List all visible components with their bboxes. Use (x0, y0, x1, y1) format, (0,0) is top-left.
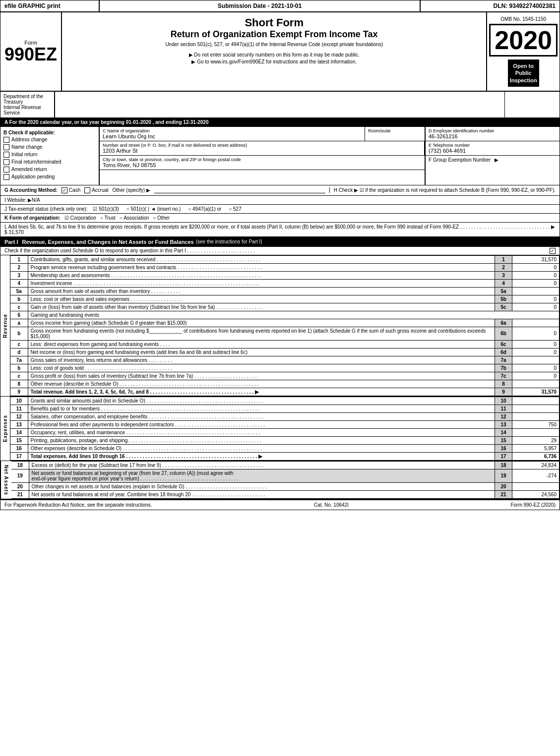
amount-5a (512, 287, 560, 295)
row-desc-5a: Gross amount from sale of assets other t… (28, 287, 495, 295)
table-row: 18 Excess or (deficit) for the year (Sub… (11, 461, 560, 469)
initial-return-checkbox[interactable] (3, 152, 9, 158)
form-page: efile GRAPHIC print Submission Date - 20… (0, 0, 560, 510)
ein-row: D Employer identification number 46-3261… (426, 127, 560, 141)
dept-row: Department of the Treasury Internal Reve… (0, 92, 560, 118)
amended-checkbox[interactable] (3, 167, 9, 173)
line-ref-7c: 7c (495, 372, 512, 380)
amount-9: 31,570 (512, 388, 560, 396)
row-desc-5c: Gain or (loss) from sale of assets other… (28, 303, 495, 311)
table-row-7b: b Less: cost of goods sold . . . . . . .… (10, 364, 560, 372)
accounting-row: G Accounting Method: ✓ Cash Accrual Othe… (0, 185, 560, 196)
row-desc-2: Program service revenue including govern… (28, 263, 495, 271)
table-row-6c: c Less: direct expenses from gaming and … (10, 340, 560, 348)
revenue-section: Revenue 1 Contributions, gifts, grants, … (0, 255, 560, 397)
accrual-checkbox[interactable] (84, 187, 90, 193)
footer-row: For Paperwork Reduction Act Notice, see … (0, 499, 560, 510)
net-assets-content: 18 Excess or (deficit) for the year (Sub… (11, 461, 560, 499)
table-row: 11 Benefits paid to or for members . . .… (10, 405, 560, 412)
row-desc-3: Membership dues and assessments . . . . … (28, 271, 495, 279)
notices-block: ▶ Do not enter social security numbers o… (68, 50, 480, 68)
room-suite-cell: Room/suite (365, 127, 425, 141)
table-row-6b: b Gross income from fundraising events (… (10, 327, 560, 340)
dln-number: DLN: 93492274002381 (421, 0, 560, 11)
row-desc-8: Other revenue (describe in Schedule O) .… (28, 380, 495, 388)
footer-cat: Cat. No. 10642I (314, 502, 349, 508)
row-num-6c: c (10, 340, 28, 348)
phone-row: E Telephone number (732) 604-4691 (426, 141, 560, 156)
amount-5c: 0 (512, 303, 560, 311)
expenses-content: 10 Grants and similar amounts paid (list… (10, 397, 560, 461)
k-form-row: K Form of organization: ☑ Corporation ○ … (0, 214, 560, 223)
revenue-content: 1 Contributions, gifts, grants, and simi… (10, 255, 560, 396)
table-row-5a: 5a Gross amount from sale of assets othe… (10, 287, 560, 295)
table-row-6a: a Gross income from gaming (attach Sched… (10, 319, 560, 327)
schedule-o-checkbox[interactable]: ✓ (550, 248, 556, 254)
check-b-label: B Check if applicable: (3, 130, 96, 135)
row-num-7c: c (10, 372, 28, 380)
footer-form: Form 990-EZ (2020) (510, 502, 556, 508)
org-address-row: Number and street (or P. O. box, if mail… (100, 141, 425, 156)
open-inspection-box: Open to Public Inspection (508, 59, 539, 87)
table-row-6: 6 Gaming and fundraising events (10, 311, 560, 319)
amount-6d: 0 (512, 348, 560, 356)
table-row-8: 8 Other revenue (describe in Schedule O)… (10, 380, 560, 388)
check-final-return: Final return/terminated (3, 159, 96, 165)
row-desc-9: Total revenue. Add lines 1, 2, 3, 4, 5c,… (28, 388, 495, 396)
row-desc-7b: Less: cost of goods sold . . . . . . . .… (28, 364, 495, 372)
tax-year-row: A For the 2020 calendar year, or tax yea… (0, 118, 560, 127)
line-ref-2: 2 (495, 263, 512, 271)
line-ref-3: 3 (495, 271, 512, 279)
website-row: I Website: ▶N/A (0, 196, 560, 205)
row-num-6: 6 (10, 311, 28, 319)
org-address-cell: Number and street (or P. O. box, if mail… (100, 141, 425, 155)
table-row: 19 Net assets or fund balances at beginn… (11, 469, 560, 482)
amount-7b: 0 (512, 364, 560, 372)
check-initial-return: Initial return (3, 152, 96, 158)
row-desc-6: Gaming and fundraising events (28, 311, 560, 319)
table-row: 17 Total expenses. Add lines 10 through … (10, 452, 560, 460)
check-section-b: B Check if applicable: Address change Na… (3, 130, 96, 180)
under-section: Under section 501(c), 527, or 4947(a)(1)… (68, 42, 480, 47)
row-num-5b: b (10, 295, 28, 303)
left-checks: B Check if applicable: Address change Na… (0, 127, 100, 185)
cash-checkbox[interactable]: ✓ (62, 187, 67, 193)
submission-date: Submission Date - 2021-10-01 (100, 0, 421, 11)
line-ref-6d: 6d (495, 348, 512, 356)
table-row-7c: c Gross profit or (loss) from sales of i… (10, 372, 560, 380)
table-row-6d: d Net income or (loss) from gaming and f… (10, 348, 560, 356)
table-row-5c: c Gain or (loss) from sale of assets oth… (10, 303, 560, 311)
row-desc-7a: Gross sales of inventory, less returns a… (28, 356, 495, 364)
row-num-6d: d (10, 348, 28, 356)
row-num-4: 4 (10, 279, 28, 287)
form-number-block: Form 990EZ (0, 12, 62, 91)
form-title-block: Short Form Return of Organization Exempt… (62, 12, 487, 91)
row-num-1: 1 (10, 255, 28, 263)
line-ref-7a: 7a (495, 356, 512, 364)
return-title: Return of Organization Exempt From Incom… (68, 29, 480, 40)
notice2: ▶ Go to www.irs.gov/Form990EZ for instru… (72, 59, 476, 64)
line-ref-1: 1 (495, 255, 512, 263)
net-assets-side-label: Net Assets (0, 461, 11, 499)
line-ref-6a: 6a (495, 319, 512, 327)
final-return-checkbox[interactable] (3, 159, 9, 165)
address-change-checkbox[interactable] (3, 137, 9, 143)
application-pending-checkbox[interactable] (3, 174, 9, 180)
name-change-checkbox[interactable] (3, 144, 9, 150)
short-form-title: Short Form (68, 16, 480, 29)
cash-option: ✓ Cash (62, 187, 80, 193)
table-row: 16 Other expenses (describe in Schedule … (10, 444, 560, 452)
check-schedule-o-row: Check if the organization used Schedule … (0, 247, 560, 255)
row-desc-6d: Net income or (loss) from gaming and fun… (28, 348, 495, 356)
right-ids: D Employer identification number 46-3261… (426, 127, 560, 185)
omb-no: OMB No. 1545-1150 (500, 16, 546, 22)
group-exempt-row: F Group Exemption Number ▶ (426, 156, 560, 164)
dept-notices (55, 92, 505, 117)
table-row: 4 Investment income . . . . . . . . . . … (10, 279, 560, 287)
h-check-section: H Check ▶ ☑ if the organization is not r… (329, 187, 556, 193)
expenses-side-label: Expenses (0, 397, 10, 461)
row-desc-6b: Gross income from fundraising events (no… (28, 327, 495, 340)
row-desc-7c: Gross profit or (loss) from sales of inv… (28, 372, 495, 380)
table-row-7a: 7a Gross sales of inventory, less return… (10, 356, 560, 364)
line-ref-5a: 5a (495, 287, 512, 295)
